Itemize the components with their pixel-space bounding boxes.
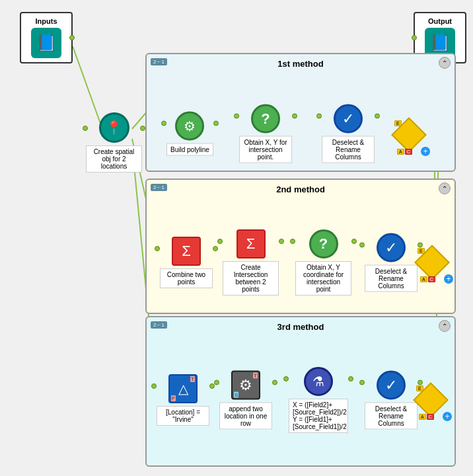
method3-node4[interactable]: ✓ Deselect & Rename Columns: [365, 371, 418, 430]
method2-collapse[interactable]: ⌃: [439, 182, 451, 194]
m3n1-icon: △ T F: [168, 374, 198, 403]
m1n3-label: Deselect & Rename Columns: [322, 136, 375, 163]
method3-title: 3rd method: [277, 322, 324, 332]
m3-a-badge: A: [419, 414, 426, 420]
m1n1-icon: ⚙: [175, 112, 204, 141]
method2-header: 2←1 2nd method ⌃: [147, 180, 455, 198]
method1-output-diamond: E A C +: [394, 120, 423, 149]
method2-badge: 2←1: [151, 184, 167, 191]
method1-node1[interactable]: ⚙ Build polyline: [166, 112, 213, 156]
method1-container: 2←1 1st method ⌃ ⚙ Build polyline ? Obta…: [145, 53, 456, 172]
m2-a-badge: A: [420, 276, 427, 282]
m2n1-icon: Σ: [172, 237, 201, 266]
inputs-panel: Inputs 📘: [20, 12, 73, 63]
method3-output-diamond: E A C +: [416, 385, 445, 415]
m2n4-output: [418, 243, 423, 248]
method1-node2[interactable]: ? Obtain X, Y for intersection point.: [239, 104, 292, 163]
method1-collapse[interactable]: ⌃: [439, 57, 451, 69]
m2n1-output: [213, 246, 218, 251]
method3-node3[interactable]: ⚗ X = ([Field2]+[Source_Field2])/2 Y = (…: [289, 367, 348, 433]
m2n4-input: [359, 243, 365, 248]
m3n1-output: [209, 383, 215, 389]
m1n2-input: [234, 114, 239, 119]
method1-badge: 2←1: [151, 58, 167, 65]
method1-header: 2←1 1st method ⌃: [147, 54, 455, 73]
m3n2-input: [214, 380, 219, 385]
m2-c-badge: C: [428, 276, 435, 282]
m3-c-badge: C: [427, 414, 434, 420]
m2n2-icon: Σ: [236, 229, 266, 258]
method1-node3[interactable]: ✓ Deselect & Rename Columns: [322, 104, 375, 163]
m3n4-input: [359, 380, 365, 385]
m2n3-input: [290, 239, 295, 244]
m1-c-badge: C: [405, 149, 412, 155]
m2n3-label: Obtain X, Y coordinate for intersection …: [295, 261, 351, 296]
m2-ac-badges: A C: [420, 276, 435, 282]
m1-a-badge: A: [397, 149, 404, 155]
m2-plus-btn[interactable]: +: [444, 274, 453, 284]
m1n1-output: [213, 121, 219, 126]
method3-badge: 2←1: [151, 321, 167, 329]
method2-output-diamond: E A C +: [418, 248, 447, 277]
m3-ac-badges: A C: [419, 414, 434, 420]
m3n2-icon: ⚙ T S: [231, 371, 260, 400]
m2n1-label: Combine two points: [160, 268, 213, 288]
m2-e-badge: E: [418, 248, 425, 254]
m2n2-input: [217, 239, 223, 244]
m3n3-output: [348, 376, 353, 381]
m1n3-output: [375, 114, 380, 119]
location-icon: 📍: [99, 112, 129, 143]
inputs-icon: 📘: [31, 28, 61, 58]
m3n1-label: [Location] = "Irvine": [157, 406, 209, 426]
m3n4-icon: ✓: [377, 371, 406, 400]
output-title: Output: [428, 17, 452, 25]
location-output-dot: [140, 126, 145, 131]
m3-plus-btn[interactable]: +: [443, 412, 452, 421]
m1-ac-badges: A C: [397, 149, 412, 155]
m1n3-icon: ✓: [334, 104, 363, 134]
output-input-dot: [412, 35, 417, 40]
m1n1-input: [161, 121, 166, 126]
m3n1-input: [151, 383, 157, 389]
m1-e-badge: E: [394, 120, 402, 126]
m3n4-label: Deselect & Rename Columns: [365, 403, 418, 430]
inputs-output-dot: [69, 35, 75, 40]
method3-header: 2←1 3rd method ⌃: [147, 317, 455, 336]
m2n2-output: [279, 239, 284, 244]
m3n2-label: append two location in one row: [219, 403, 272, 430]
method3-collapse[interactable]: ⌃: [439, 320, 451, 332]
m3n3-input: [283, 376, 289, 381]
m1n2-output: [292, 114, 297, 119]
m3n2-output: [272, 380, 277, 385]
m1-plus-btn[interactable]: +: [421, 147, 430, 156]
m2n1-input: [155, 246, 160, 251]
m3n3-label: X = ([Field2]+[Source_Field2])/2 Y = ([F…: [289, 399, 348, 433]
m1n3-input: [316, 114, 322, 119]
method3-node2[interactable]: ⚙ T S append two location in one row: [219, 371, 272, 430]
method2-node1[interactable]: Σ Combine two points: [160, 237, 213, 288]
sidebar-location-node[interactable]: 📍 Create spatial obj for 2 locations: [86, 112, 142, 173]
m2n3-output: [351, 239, 357, 244]
m2n4-icon: ✓: [377, 233, 406, 262]
method2-node2[interactable]: Σ Create Intersection between 2 points: [223, 229, 279, 296]
m2n2-label: Create Intersection between 2 points: [223, 261, 279, 296]
location-label: Create spatial obj for 2 locations: [86, 145, 142, 173]
method3-container: 2←1 3rd method ⌃ △ T F [Location] = "Irv…: [145, 316, 456, 467]
method3-node1[interactable]: △ T F [Location] = "Irvine": [157, 374, 209, 426]
m2n4-label: Deselect & Rename Columns: [365, 265, 418, 292]
method2-container: 2←1 2nd method ⌃ Σ Combine two points Σ …: [145, 178, 456, 314]
method2-node4[interactable]: ✓ Deselect & Rename Columns: [365, 233, 418, 292]
m1n2-label: Obtain X, Y for intersection point.: [239, 136, 292, 163]
location-input-dot: [83, 126, 88, 131]
m3n3-icon: ⚗: [304, 367, 333, 396]
m1n1-label: Build polyline: [166, 143, 213, 156]
method1-title: 1st method: [277, 59, 323, 69]
m1n2-icon: ?: [251, 104, 280, 134]
m3-e-badge: E: [416, 385, 423, 391]
inputs-title: Inputs: [36, 17, 57, 25]
m2n3-icon: ?: [309, 229, 338, 258]
m3n4-output: [418, 380, 423, 385]
method2-title: 2nd method: [276, 184, 325, 194]
method2-node3[interactable]: ? Obtain X, Y coordinate for intersectio…: [295, 229, 351, 296]
